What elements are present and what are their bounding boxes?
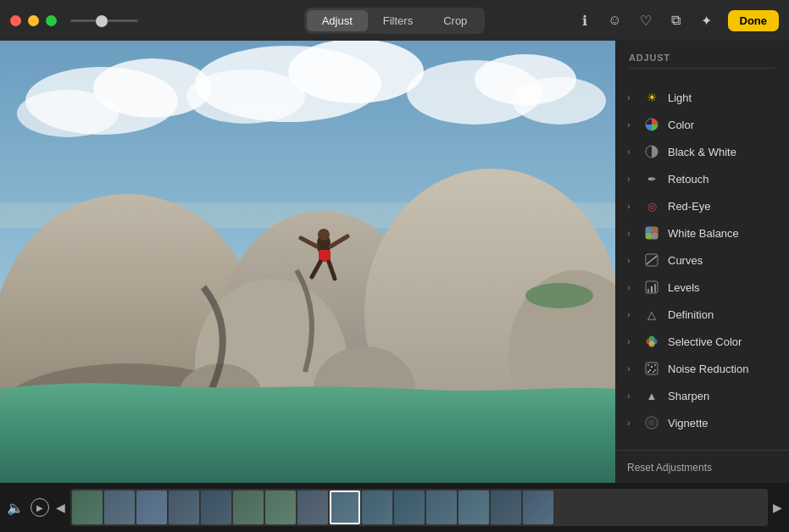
retouch-icon: ✒ — [644, 171, 659, 186]
adjust-item-noise-reduction[interactable]: › Noise Reduction — [615, 355, 789, 382]
window-controls — [10, 15, 57, 26]
redeye-icon: ◎ — [644, 198, 659, 213]
sidebar-header: ADJUST — [615, 41, 789, 80]
light-icon: ☀ — [644, 90, 659, 105]
filmstrip-frame[interactable] — [265, 490, 296, 524]
adjust-item-color[interactable]: › Color — [615, 111, 789, 138]
photo-area — [0, 41, 615, 483]
titlebar: Adjust Filters Crop ℹ ☺ ♡ ⧉ ✦ Done — [0, 0, 789, 41]
filmstrip-left-arrow[interactable]: ◀ — [56, 501, 65, 514]
adjust-item-bw[interactable]: › Black & White — [615, 138, 789, 165]
minimize-button[interactable] — [28, 15, 39, 26]
adjust-item-vignette[interactable]: › Vignette — [615, 409, 789, 436]
adjust-item-label: Curves — [668, 254, 777, 267]
svg-point-6 — [186, 69, 305, 124]
chevron-icon: › — [627, 147, 636, 157]
filmstrip-frame[interactable] — [136, 490, 167, 524]
selective-color-icon — [644, 334, 659, 349]
adjust-sidebar: ADJUST › ☀ Light › — [615, 41, 789, 483]
reset-adjustments-button[interactable]: Reset Adjustments — [627, 462, 712, 474]
svg-rect-42 — [651, 286, 653, 292]
adjust-item-retouch[interactable]: › ✒ Retouch — [615, 165, 789, 192]
definition-icon: △ — [644, 307, 659, 322]
svg-rect-53 — [653, 371, 654, 373]
chevron-icon: › — [627, 255, 636, 265]
svg-rect-51 — [654, 364, 656, 366]
filmstrip-frame[interactable] — [362, 490, 392, 524]
adjust-item-label: Color — [668, 119, 777, 131]
svg-point-31 — [525, 283, 593, 308]
adjust-item-label: Black & White — [668, 146, 777, 158]
filmstrip-right-arrow[interactable]: ▶ — [773, 501, 782, 514]
chevron-icon: › — [627, 92, 636, 103]
svg-rect-37 — [646, 233, 652, 239]
share-icon[interactable]: ✦ — [697, 11, 716, 30]
adjust-item-levels[interactable]: › Levels — [615, 274, 789, 301]
done-button[interactable]: Done — [728, 10, 780, 31]
zoom-slider[interactable] — [70, 19, 138, 22]
chevron-icon: › — [627, 228, 636, 238]
adjust-item-redeye[interactable]: › ◎ Red-Eye — [615, 192, 789, 219]
adjust-item-selective-color[interactable]: › Selective Color — [615, 328, 789, 355]
filmstrip-frame[interactable] — [458, 490, 489, 524]
adjust-item-label: Sharpen — [668, 390, 777, 402]
filmstrip-frame[interactable] — [426, 490, 457, 524]
adjust-item-label: White Balance — [668, 227, 777, 240]
info-icon[interactable]: ℹ — [575, 11, 594, 30]
chevron-icon: › — [627, 336, 636, 346]
sidebar-divider — [629, 68, 775, 69]
svg-rect-43 — [654, 284, 656, 292]
filmstrip-frame[interactable] — [523, 490, 553, 524]
tab-adjust[interactable]: Adjust — [307, 10, 368, 31]
adjust-item-sharpen[interactable]: › ▲ Sharpen — [615, 382, 789, 409]
chevron-icon: › — [627, 418, 636, 428]
main-content: ADJUST › ☀ Light › — [0, 41, 789, 483]
chevron-icon: › — [627, 174, 636, 184]
filmstrip-frame[interactable] — [394, 490, 425, 524]
photo-container — [0, 41, 615, 483]
emoji-icon[interactable]: ☺ — [606, 11, 625, 30]
filmstrip-frame[interactable] — [72, 490, 103, 524]
svg-rect-50 — [651, 366, 653, 368]
filmstrip-frame[interactable] — [233, 490, 264, 524]
filmstrip-frame[interactable] — [297, 490, 328, 524]
frame-icon[interactable]: ⧉ — [667, 11, 686, 30]
heart-icon[interactable]: ♡ — [636, 11, 655, 30]
svg-rect-36 — [652, 227, 658, 233]
filmstrip-frame[interactable] — [491, 490, 521, 524]
adjust-item-label: Vignette — [668, 417, 777, 429]
adjust-item-curves[interactable]: › Curves — [615, 247, 789, 274]
curves-icon — [644, 252, 659, 268]
volume-icon[interactable]: 🔈 — [7, 500, 24, 516]
toolbar-right: ℹ ☺ ♡ ⧉ ✦ Done — [575, 10, 780, 31]
tab-filters[interactable]: Filters — [368, 10, 428, 31]
filmstrip-frame-selected[interactable] — [330, 490, 360, 524]
adjust-items-list: › ☀ Light › Color › — [615, 80, 789, 450]
chevron-icon: › — [627, 363, 636, 374]
filmstrip-frame[interactable] — [104, 490, 135, 524]
filmstrip-scroll[interactable] — [70, 489, 768, 526]
tab-crop[interactable]: Crop — [428, 10, 482, 31]
maximize-button[interactable] — [46, 15, 57, 26]
filmstrip-frame[interactable] — [169, 490, 199, 524]
svg-point-26 — [318, 229, 330, 241]
svg-rect-54 — [647, 371, 649, 373]
adjust-item-label: Retouch — [668, 173, 777, 186]
adjust-item-label: Noise Reduction — [668, 363, 777, 375]
svg-point-3 — [17, 90, 119, 137]
filmstrip-frame[interactable] — [201, 490, 231, 524]
svg-point-9 — [513, 77, 606, 125]
adjust-item-definition[interactable]: › △ Definition — [615, 301, 789, 328]
sharpen-icon: ▲ — [644, 388, 659, 403]
vignette-icon — [644, 415, 659, 430]
close-button[interactable] — [10, 15, 21, 26]
adjust-item-wb[interactable]: › White Balance — [615, 219, 789, 247]
chevron-icon: › — [627, 282, 636, 292]
svg-rect-55 — [654, 369, 656, 371]
play-button[interactable]: ▶ — [31, 498, 49, 517]
adjust-item-light[interactable]: › ☀ Light — [615, 84, 789, 111]
filmstrip-frames — [70, 489, 768, 526]
sidebar-title: ADJUST — [629, 53, 775, 63]
svg-point-47 — [649, 341, 655, 347]
photo-display — [0, 41, 615, 483]
